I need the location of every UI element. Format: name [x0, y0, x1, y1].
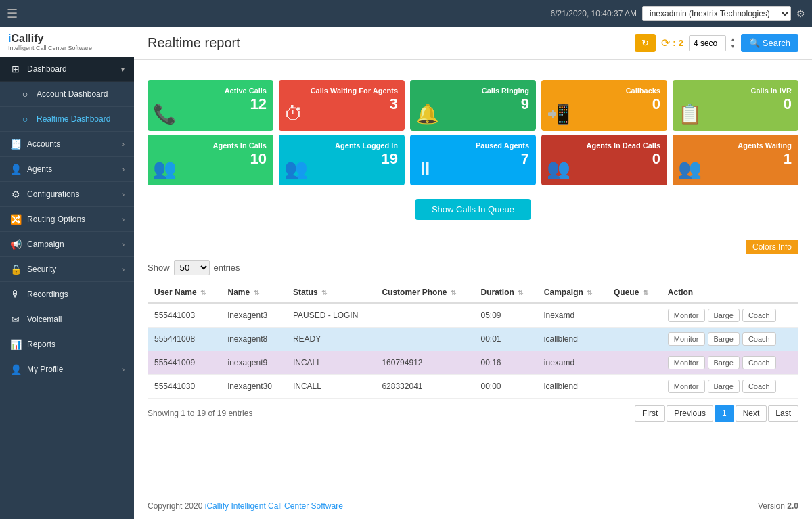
barge-button[interactable]: Barge [708, 309, 740, 322]
monitor-button[interactable]: Monitor [668, 380, 705, 393]
sort-icon-duration[interactable]: ⇅ [518, 289, 523, 296]
agents-in-calls-label: Agents In Calls [213, 141, 267, 150]
cell-queue [607, 375, 661, 399]
cell-name: inexagent8 [221, 328, 286, 351]
ivr-icon: 📋 [678, 103, 702, 125]
sort-icon-queue[interactable]: ⇅ [643, 289, 648, 296]
stat-card-agents-dead-calls[interactable]: Agents In Dead Calls 0 👥 [541, 135, 667, 185]
stat-card-calls-ringing[interactable]: Calls Ringing 9 🔔 [410, 80, 536, 131]
col-campaign: Campaign ⇅ [537, 282, 607, 303]
sidebar-item-security[interactable]: 🔒 Security › [0, 257, 134, 282]
refresh-count: : [673, 38, 675, 48]
agents-logged-in-label: Agents Logged In [335, 141, 398, 150]
sort-icon-phone[interactable]: ⇅ [451, 289, 456, 296]
agents-waiting-label: Agents Waiting [738, 141, 792, 150]
cell-username: 555441009 [148, 351, 221, 375]
colors-info-button[interactable]: Colors Info [746, 240, 798, 254]
sidebar-item-voicemail[interactable]: ✉ Voicemail [0, 307, 134, 332]
interval-input[interactable] [689, 35, 726, 51]
barge-button[interactable]: Barge [708, 356, 740, 369]
page-next-button[interactable]: Next [736, 405, 767, 422]
coach-button[interactable]: Coach [742, 380, 776, 393]
cell-status: READY [286, 328, 376, 351]
sidebar-item-recordings[interactable]: 🎙 Recordings [0, 282, 134, 307]
stat-card-active-calls[interactable]: Active Calls 12 📞 [148, 80, 273, 131]
arrow-up-icon[interactable]: ▲ [730, 37, 736, 43]
user-select[interactable]: inexadmin (Inextrix Technologies) [642, 6, 791, 21]
agents-logged-in-value: 19 [382, 150, 398, 168]
accounts-icon: 🧾 [9, 139, 22, 150]
footer-brand-link[interactable]: iCallify Intelligent Call Center Softwar… [205, 501, 343, 511]
settings-icon[interactable]: ⚙ [796, 8, 805, 19]
page-previous-button[interactable]: Previous [667, 405, 713, 422]
cell-status: INCALL [286, 351, 376, 375]
logo: iCallify Intelligent Call Center Softwar… [8, 32, 92, 51]
campaign-icon: 📢 [9, 239, 22, 250]
sidebar-item-routing[interactable]: 🔀 Routing Options › [0, 207, 134, 232]
stat-card-agents-waiting[interactable]: Agents Waiting 1 👥 [673, 135, 798, 185]
stat-card-paused-agents[interactable]: Paused Agents 7 ⏸ [410, 135, 536, 185]
cell-status: INCALL [286, 375, 376, 399]
sidebar-item-accounts[interactable]: 🧾 Accounts › [0, 132, 134, 157]
coach-button[interactable]: Coach [742, 332, 776, 346]
agents-table: User Name ⇅ Name ⇅ Status ⇅ Customer Pho… [148, 282, 798, 399]
page-last-button[interactable]: Last [768, 405, 798, 422]
chevron-down-icon: ▾ [121, 66, 125, 73]
sidebar-item-account-dashboard[interactable]: ○ Account Dashboard [0, 82, 134, 107]
page-1-button[interactable]: 1 [715, 405, 734, 422]
monitor-button[interactable]: Monitor [668, 356, 705, 369]
bell-icon: 🔔 [415, 103, 439, 125]
stat-card-agents-logged-in[interactable]: Agents Logged In 19 👥 [279, 135, 405, 185]
coach-button[interactable]: Coach [742, 309, 776, 322]
sidebar-item-realtime-dashboard[interactable]: ○ Realtime Dashboard [0, 107, 134, 132]
sidebar-label-dashboard: Dashboard [27, 64, 67, 74]
stat-card-calls-waiting[interactable]: Calls Waiting For Agents 3 ⏱ [279, 80, 405, 131]
barge-button[interactable]: Barge [708, 332, 740, 346]
sidebar-item-campaign[interactable]: 📢 Campaign › [0, 232, 134, 257]
stat-card-callbacks[interactable]: Callbacks 0 📲 [541, 80, 667, 131]
stat-card-agents-in-calls[interactable]: Agents In Calls 10 👥 [148, 135, 273, 185]
sidebar-item-my-profile[interactable]: 👤 My Profile › [0, 357, 134, 382]
col-duration: Duration ⇅ [474, 282, 537, 303]
calls-waiting-value: 3 [390, 95, 398, 113]
profile-icon: 👤 [9, 364, 22, 375]
active-calls-label: Active Calls [225, 87, 267, 95]
refresh-arrows-icon: ⟳ [661, 37, 670, 49]
sort-icon-campaign[interactable]: ⇅ [587, 289, 592, 296]
table-row: 555441003 inexagent3 PAUSED - LOGIN 05:0… [148, 303, 798, 328]
sidebar-label-configurations: Configurations [27, 189, 79, 199]
sidebar-item-agents[interactable]: 👤 Agents › [0, 157, 134, 182]
entries-select[interactable]: 50 25 100 [174, 260, 210, 275]
sidebar-item-dashboard[interactable]: ⊞ Dashboard ▾ [0, 57, 134, 82]
col-action: Action [661, 282, 798, 303]
page-first-button[interactable]: First [635, 405, 665, 422]
cell-action: Monitor Barge Coach [661, 328, 798, 351]
sidebar-label-security: Security [27, 265, 56, 274]
main-layout: iCallify Intelligent Call Center Softwar… [0, 27, 812, 519]
sort-icon-username[interactable]: ⇅ [200, 289, 206, 296]
search-button[interactable]: 🔍 Search [741, 34, 798, 52]
stat-card-calls-ivr[interactable]: Calls In IVR 0 📋 [673, 80, 798, 131]
arrow-down-icon[interactable]: ▼ [730, 43, 736, 50]
sidebar-item-reports[interactable]: 📊 Reports [0, 332, 134, 357]
monitor-button[interactable]: Monitor [668, 332, 705, 346]
chevron-right-icon-4: › [122, 216, 125, 223]
refresh-button[interactable]: ↻ [635, 34, 656, 52]
topbar-left: ☰ [7, 6, 18, 21]
sort-icon-status[interactable]: ⇅ [321, 289, 327, 296]
sidebar-label-accounts: Accounts [27, 139, 60, 149]
sidebar-label-recordings: Recordings [27, 290, 68, 299]
barge-button[interactable]: Barge [708, 380, 740, 393]
circle-icon-2: ○ [19, 114, 31, 125]
show-label: Show [148, 263, 170, 273]
show-calls-button[interactable]: Show Calls In Queue [415, 199, 531, 220]
cell-campaign: icallblend [537, 328, 607, 351]
callbacks-label: Callbacks [626, 87, 660, 95]
sidebar-item-configurations[interactable]: ⚙ Configurations › [0, 182, 134, 207]
sort-icon-name[interactable]: ⇅ [254, 289, 259, 296]
calls-ivr-value: 0 [784, 95, 792, 113]
monitor-button[interactable]: Monitor [668, 309, 705, 322]
coach-button[interactable]: Coach [742, 356, 776, 369]
menu-toggle[interactable]: ☰ [7, 6, 18, 21]
col-customer-phone: Customer Phone ⇅ [375, 282, 474, 303]
